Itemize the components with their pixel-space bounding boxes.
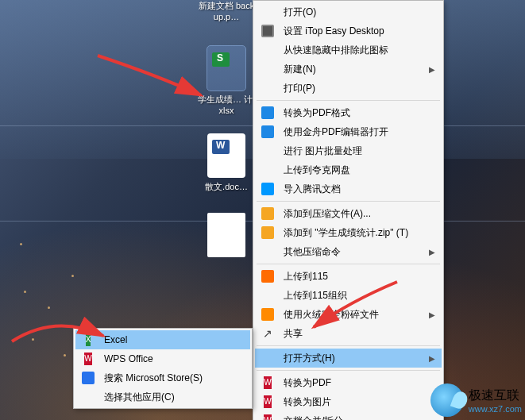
store-icon — [80, 370, 96, 386]
menu-share[interactable]: ↗共享 — [255, 324, 442, 343]
menu-huorong-shred[interactable]: 使用火绒安全粉碎文件▶ — [255, 305, 442, 324]
menu-separator — [257, 370, 440, 371]
desktop-file-xlsx[interactable]: 学生成绩… 计.xlsx — [197, 46, 256, 116]
wps-icon: W — [260, 394, 276, 410]
menu-separator — [257, 264, 440, 264]
chevron-right-icon: ▶ — [429, 354, 435, 363]
chevron-right-icon: ▶ — [429, 65, 435, 74]
file-label: 散文.doc… — [197, 181, 256, 192]
menu-other-compress[interactable]: 其他压缩命令▶ — [255, 242, 442, 261]
menu-add-zip-named[interactable]: 添加到 "学生成绩统计.zip" (T) — [255, 223, 442, 242]
submenu-excel[interactable]: XExcel — [75, 330, 250, 349]
watermark-name: 极速互联 — [469, 387, 522, 404]
menu-batch-image[interactable]: 进行 图片批量处理 — [255, 141, 442, 160]
watermark: 极速互联 www.xz7.com — [430, 383, 522, 417]
pdf-icon — [260, 105, 276, 121]
submenu-choose-other[interactable]: 选择其他应用(C) — [75, 387, 250, 407]
menu-import-tencent[interactable]: 导入腾讯文档 — [255, 179, 442, 198]
wps-icon: W — [80, 351, 96, 367]
submenu-wps[interactable]: WWPS Office — [75, 349, 250, 368]
huorong-icon — [260, 306, 276, 322]
chevron-right-icon: ▶ — [429, 248, 435, 256]
watermark-url: www.xz7.com — [469, 404, 522, 414]
menu-upload-115[interactable]: 上传到115 — [255, 267, 442, 286]
wps-icon: W — [260, 375, 276, 391]
menu-new[interactable]: 新建(N)▶ — [255, 60, 442, 79]
blank-file-icon — [207, 213, 245, 257]
menu-open-jinzhou-pdf[interactable]: 使用金舟PDF编辑器打开 — [255, 122, 442, 141]
menu-convert-pdf[interactable]: 转换为PDF格式 — [255, 103, 442, 122]
menu-upload-115-org[interactable]: 上传到115组织 — [255, 286, 442, 305]
share-icon: ↗ — [260, 326, 276, 341]
desktop-file-backup[interactable]: 新建文档 backup.p… — [197, 0, 256, 22]
desktop-file-docx[interactable]: 散文.doc… — [197, 133, 256, 192]
context-menu: 打开(O) 设置 iTop Easy Desktop 从快速隐藏中排除此图标 新… — [253, 0, 444, 420]
wps-icon: W — [260, 413, 276, 420]
menu-separator — [257, 345, 440, 346]
zip-icon — [260, 225, 276, 241]
menu-open[interactable]: 打开(O) — [255, 2, 442, 21]
menu-upload-quark[interactable]: 上传到夸克网盘 — [255, 160, 442, 179]
menu-print[interactable]: 打印(P) — [255, 79, 442, 98]
xlsx-icon — [207, 46, 245, 91]
pdf-icon — [260, 124, 276, 140]
menu-exclude-hide[interactable]: 从快速隐藏中排除此图标 — [255, 40, 442, 60]
watermark-logo-icon — [430, 383, 464, 417]
menu-wps-pdf[interactable]: W转换为PDF — [255, 373, 442, 392]
chevron-right-icon: ▶ — [429, 310, 435, 319]
menu-add-archive[interactable]: 添加到压缩文件(A)... — [255, 204, 442, 223]
menu-separator — [257, 201, 440, 202]
menu-separator — [257, 100, 440, 101]
file-label: 新建文档 backup.p… — [197, 0, 256, 22]
itop-icon — [260, 23, 276, 39]
open-with-submenu: XExcel WWPS Office 搜索 Microsoft Store(S)… — [73, 328, 253, 409]
desktop-file-blank[interactable] — [197, 213, 256, 260]
word-icon — [207, 133, 245, 178]
zip-icon — [260, 206, 276, 222]
menu-itop-settings[interactable]: 设置 iTop Easy Desktop — [255, 21, 442, 40]
menu-wps-merge[interactable]: W文档合并/拆分 — [255, 411, 442, 420]
115-icon — [260, 268, 276, 284]
submenu-search-store[interactable]: 搜索 Microsoft Store(S) — [75, 368, 250, 387]
menu-open-with[interactable]: 打开方式(H)▶ — [255, 349, 442, 368]
tencent-icon — [260, 181, 276, 197]
file-label: 学生成绩… 计.xlsx — [197, 94, 256, 116]
menu-wps-image[interactable]: W转换为图片 — [255, 392, 442, 411]
excel-icon: X — [80, 332, 96, 348]
